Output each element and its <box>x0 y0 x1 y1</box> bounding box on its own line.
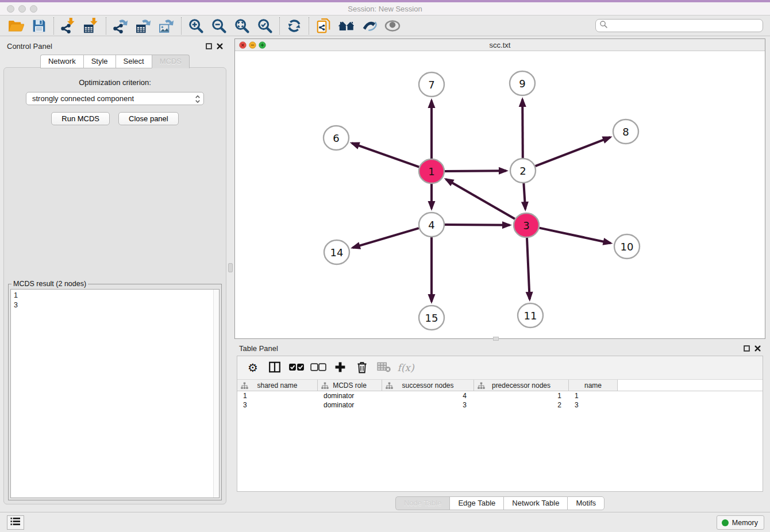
mcds-result-text[interactable]: 13 <box>10 289 220 498</box>
trash-button[interactable] <box>352 359 372 376</box>
network-canvas[interactable]: 7968124314101511 <box>235 51 765 338</box>
zoom-in-button[interactable] <box>184 17 207 35</box>
close-panel-icon[interactable] <box>217 43 223 49</box>
table-cell[interactable]: 1 <box>237 391 318 400</box>
column-header-predecessor-nodes[interactable]: predecessor nodes <box>474 380 569 391</box>
save-icon <box>32 18 47 33</box>
horizontal-splitter-grip[interactable] <box>493 337 499 341</box>
open-folder-button[interactable] <box>5 17 28 35</box>
graph-edge-2-8[interactable] <box>536 137 610 166</box>
tab-style[interactable]: Style <box>83 55 116 68</box>
graph-edge-3-10[interactable] <box>540 228 611 244</box>
float-panel-icon[interactable] <box>744 345 750 352</box>
graph-node-15[interactable]: 15 <box>419 306 444 330</box>
zoom-out-button[interactable] <box>207 17 230 35</box>
export-image-button[interactable] <box>155 17 178 35</box>
network-maximize-icon[interactable] <box>259 41 266 49</box>
table-cell[interactable]: 1 <box>474 391 569 400</box>
clone-network-button[interactable] <box>312 17 335 35</box>
toolbar-separator <box>309 17 309 34</box>
graph-node-9[interactable]: 9 <box>510 71 535 95</box>
check-pair-button[interactable] <box>287 359 306 376</box>
status-bar: Memory <box>0 512 770 532</box>
gear-icon: ⚙ <box>248 362 258 373</box>
close-panel-icon[interactable] <box>754 345 761 352</box>
graph-edge-2-3[interactable] <box>523 183 525 209</box>
tab-network[interactable]: Network <box>40 55 83 68</box>
tab-node-table[interactable]: Node Table <box>395 496 450 510</box>
network-minimize-icon[interactable] <box>249 41 256 49</box>
network-close-icon[interactable] <box>239 41 247 49</box>
mcds-result-line: 1 <box>14 291 216 300</box>
run-mcds-button[interactable]: Run MCDS <box>51 112 110 125</box>
tab-motifs[interactable]: Motifs <box>567 496 605 510</box>
search-box[interactable] <box>595 19 763 32</box>
export-table-button[interactable] <box>132 17 155 35</box>
refresh-button[interactable] <box>283 17 306 35</box>
table-cell[interactable]: 4 <box>382 391 474 400</box>
table-panel: Table Panel ⚙f(x) shared nameMCDS rolesu… <box>234 341 765 510</box>
show-eye-button[interactable] <box>381 17 404 35</box>
import-table-button[interactable] <box>80 17 103 35</box>
graph-node-11[interactable]: 11 <box>518 303 543 327</box>
home-button[interactable] <box>335 17 358 35</box>
graph-node-7[interactable]: 7 <box>419 72 444 97</box>
float-panel-icon[interactable] <box>206 43 212 49</box>
graph-node-10[interactable]: 10 <box>614 234 640 259</box>
node-label: 2 <box>519 165 526 177</box>
tab-mcds[interactable]: MCDS <box>152 55 190 68</box>
column-header-successor-nodes[interactable]: successor nodes <box>382 380 474 391</box>
zoom-fit-button[interactable] <box>230 17 253 35</box>
hide-graphics-button[interactable] <box>358 17 381 35</box>
tab-network-table[interactable]: Network Table <box>503 496 567 510</box>
table-row[interactable]: 3dominator323 <box>237 400 763 410</box>
vertical-splitter-grip[interactable] <box>228 263 233 272</box>
zoom-selected-button[interactable] <box>253 17 276 35</box>
criterion-select[interactable]: strongly connected component <box>26 92 204 105</box>
memory-button[interactable]: Memory <box>717 515 764 530</box>
search-input[interactable] <box>608 22 763 30</box>
import-network-button[interactable] <box>57 17 80 35</box>
node-label: 14 <box>330 246 344 259</box>
table-cell[interactable]: 3 <box>382 400 474 410</box>
table-cell[interactable]: 1 <box>569 391 618 400</box>
tab-select[interactable]: Select <box>116 55 152 68</box>
export-network-button[interactable] <box>109 17 132 35</box>
columns-button[interactable] <box>265 359 284 376</box>
table-cell[interactable]: 3 <box>237 400 318 410</box>
graph-edge-1-6[interactable] <box>352 143 419 167</box>
graph-edge-3-1[interactable] <box>446 179 515 219</box>
table-cell[interactable]: 2 <box>474 400 569 410</box>
table-cell[interactable]: 3 <box>569 400 618 410</box>
graph-node-2[interactable]: 2 <box>510 159 536 183</box>
graph-node-3[interactable]: 3 <box>514 213 539 237</box>
uncheck-pair-button[interactable] <box>309 359 328 376</box>
graph-edge-4-14[interactable] <box>353 228 419 248</box>
save-button[interactable] <box>28 17 51 35</box>
plus-button[interactable] <box>330 359 350 376</box>
tab-edge-table[interactable]: Edge Table <box>449 496 503 510</box>
close-panel-button[interactable]: Close panel <box>118 112 179 125</box>
graph-edge-1-2[interactable] <box>445 171 506 171</box>
graph-edge-2-9[interactable] <box>522 99 523 158</box>
graph-edge-4-3[interactable] <box>445 225 510 225</box>
graph-edge-3-11[interactable] <box>527 238 530 299</box>
table-cell[interactable]: dominator <box>318 391 382 400</box>
fx-button: f(x) <box>396 359 415 376</box>
optimization-criterion-label: Optimization criterion: <box>4 78 226 87</box>
table-row[interactable]: 1dominator411 <box>237 391 763 400</box>
node-label: 1 <box>428 165 434 178</box>
table-cell[interactable]: dominator <box>318 400 382 410</box>
graph-node-6[interactable]: 6 <box>324 126 349 150</box>
column-header-name[interactable]: name <box>569 380 618 391</box>
open-folder-icon <box>8 18 24 33</box>
gear-button[interactable]: ⚙ <box>243 359 263 376</box>
graph-node-8[interactable]: 8 <box>613 119 638 144</box>
graph-node-14[interactable]: 14 <box>324 240 349 264</box>
graph-node-1[interactable]: 1 <box>419 159 444 183</box>
graph-node-4[interactable]: 4 <box>419 213 444 237</box>
scrollbar-track[interactable] <box>213 290 219 498</box>
column-header-shared-name[interactable]: shared name <box>237 380 318 391</box>
task-history-button[interactable] <box>7 515 24 530</box>
column-header-MCDS-role[interactable]: MCDS role <box>318 380 382 391</box>
